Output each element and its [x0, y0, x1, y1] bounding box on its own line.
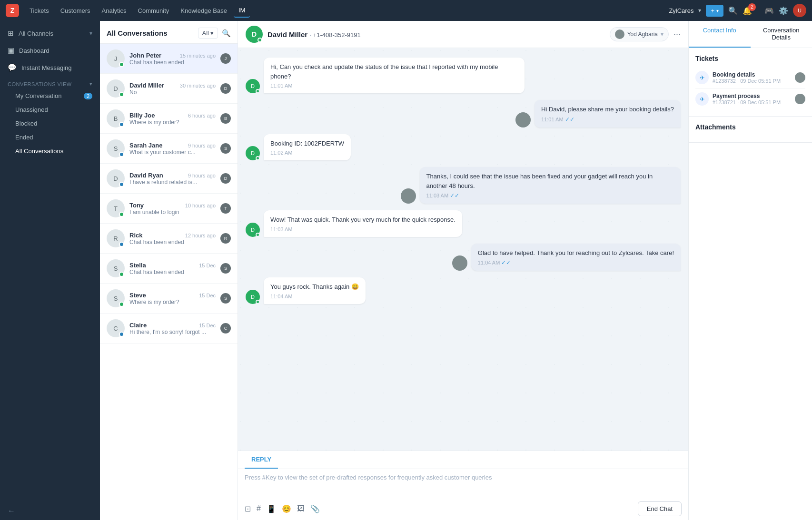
nav-tickets[interactable]: Tickets [25, 4, 54, 17]
sidebar-ended[interactable]: Ended [0, 130, 100, 144]
msg-bubble-5: Glad to have helped. Thank you for reach… [471, 244, 681, 271]
sidebar-back-icon[interactable]: ← [8, 507, 15, 515]
notification-badge: 2 [748, 3, 756, 11]
message-row-3: Thanks, I could see that the issue has b… [246, 167, 681, 204]
agent-avatar [615, 29, 624, 39]
ticket-meta-1: #1238732 · 09 Dec 05:51 PM [713, 78, 791, 84]
msg-text-4: Wow! That was quick. Thank you very much… [270, 215, 456, 225]
tab-conversation-details[interactable]: Conversation Details [751, 21, 812, 48]
conv-time-9: 15 Dec [199, 323, 216, 328]
right-panel-tabs: Contact Info Conversation Details [689, 21, 812, 48]
msg-tick-1: ✓✓ [565, 116, 574, 123]
sidebar-all-conversations[interactable]: All Conversations [0, 144, 100, 158]
sidebar-item-all-channels[interactable]: ⊞ All Channels ▾ [0, 25, 100, 42]
sidebar-unassigned[interactable]: Unassigned [0, 103, 100, 117]
msg-time-0: 11:01 AM [270, 83, 518, 88]
filter-button[interactable]: All ▾ [198, 28, 218, 39]
conv-search-icon[interactable]: 🔍 [222, 29, 231, 38]
conv-time-2: 6 hours ago [188, 113, 216, 118]
conversation-item-3[interactable]: S Sarah Jane 9 hours ago What is your cu… [100, 134, 238, 164]
conv-name-8: Steve [129, 292, 146, 299]
add-button[interactable]: + ▾ [706, 5, 723, 17]
conv-agent-avatar-0: J [220, 53, 231, 64]
conv-preview-9: Hi there, I'm so sorry! forgot ... [129, 329, 216, 335]
conversation-item-0[interactable]: J John Peter 15 minutes ago Chat has bee… [100, 44, 238, 74]
gamepad-icon[interactable]: 🎮 [764, 6, 774, 15]
tickets-section-title: Tickets [695, 55, 805, 62]
conversation-item-6[interactable]: R Rick 12 hours ago Chat has been ended … [100, 224, 238, 254]
conversation-item-5[interactable]: T Tony 10 hours ago I am unable to login… [100, 194, 238, 224]
ticket-item-1[interactable]: ✈ Booking details #1238732 · 09 Dec 05:5… [695, 67, 805, 88]
sidebar-blocked[interactable]: Blocked [0, 117, 100, 130]
ticket-item-2[interactable]: ✈ Payment process #1238721 · 09 Dec 05:5… [695, 88, 805, 109]
settings-icon[interactable]: ⚙️ [779, 6, 788, 15]
reply-placeholder: Press #Key to view the set of pre-drafte… [245, 474, 492, 481]
whatsapp-icon[interactable]: 📱 [267, 504, 276, 513]
sidebar-my-conversation[interactable]: My Conversation 2 [0, 89, 100, 103]
msg-avatar-4: D [246, 223, 260, 237]
notification-bell[interactable]: 🔔 2 [743, 6, 760, 15]
msg-avatar-2: D [246, 146, 260, 160]
message-row-1: Hi David, please share me your booking d… [246, 100, 681, 128]
conv-time-0: 15 minutes ago [180, 53, 216, 59]
conv-preview-4: I have a refund related is... [129, 179, 216, 186]
nav-customers[interactable]: Customers [56, 4, 95, 17]
conv-body-4: David Ryan 9 hours ago I have a refund r… [129, 172, 216, 186]
msg-time-5: 11:04 AM ✓✓ [478, 259, 674, 266]
attachments-section: Attachments [689, 117, 812, 143]
conv-name-3: Sarah Jane [129, 142, 162, 149]
reply-tab[interactable]: REPLY [245, 451, 278, 469]
emoji-icon[interactable]: 😊 [282, 504, 291, 513]
ticket-agent-avatar-1 [795, 72, 805, 83]
user-avatar[interactable]: U [793, 4, 806, 17]
tab-contact-info[interactable]: Contact Info [689, 21, 751, 48]
ticket-info-2: Payment process #1238721 · 09 Dec 05:51 … [713, 93, 791, 105]
im-icon: 💬 [8, 63, 17, 72]
msg-bubble-1: Hi David, please share me your booking d… [535, 100, 681, 128]
conv-status-dot-5 [119, 212, 124, 217]
conv-status-dot-9 [119, 332, 124, 337]
conv-avatar-4: D [107, 169, 125, 187]
msg-avatar-0: D [246, 79, 260, 93]
tickets-section: Tickets ✈ Booking details #1238732 · 09 … [689, 48, 812, 117]
conversation-item-7[interactable]: S Stella 15 Dec Chat has been ended S [100, 254, 238, 284]
toolbar-icons: ⊡ # 📱 😊 🖼 📎 [245, 504, 320, 513]
chat-header: D David Miller · +1-408-352-9191 Yod Agb… [238, 21, 688, 48]
conversations-view-section[interactable]: CONVERSATIONS VIEW ▾ [0, 76, 100, 89]
conversation-item-1[interactable]: D David Miller 30 minutes ago No D [100, 74, 238, 104]
nav-im[interactable]: IM [234, 4, 250, 18]
ticket-title-2: Payment process [713, 93, 791, 99]
reply-input[interactable]: Press #Key to view the set of pre-drafte… [238, 469, 688, 498]
conv-time-6: 12 hours ago [185, 233, 216, 238]
conv-avatar-1: D [107, 79, 125, 98]
ticket-info-1: Booking details #1238732 · 09 Dec 05:51 … [713, 71, 791, 84]
chat-more-button[interactable]: ··· [673, 29, 681, 39]
text-format-icon[interactable]: ⊡ [245, 504, 251, 513]
nav-right-section: ZylCares ▾ + ▾ 🔍 🔔 2 🎮 ⚙️ U [669, 4, 806, 17]
brand-dropdown-icon[interactable]: ▾ [698, 7, 701, 14]
sidebar-item-im[interactable]: 💬 Instant Messaging [0, 59, 100, 76]
image-icon[interactable]: 🖼 [297, 504, 305, 513]
conv-agent-avatar-5: T [220, 203, 231, 214]
msg-text-5: Glad to have helped. Thank you for reach… [478, 248, 674, 258]
nav-community[interactable]: Community [133, 4, 174, 17]
search-nav-icon[interactable]: 🔍 [728, 6, 738, 15]
msg-text-1: Hi David, please share me your booking d… [541, 105, 674, 114]
conv-agent-avatar-3: S [220, 143, 231, 154]
agent-chip[interactable]: Yod Agbaria ▾ [610, 27, 669, 41]
sidebar-item-dashboard[interactable]: ▣ Dashboard [0, 42, 100, 59]
chat-header-right: Yod Agbaria ▾ ··· [610, 27, 681, 41]
hashtag-icon[interactable]: # [257, 504, 261, 513]
conversation-item-8[interactable]: S Steve 15 Dec Where is my order? S [100, 284, 238, 314]
right-panel: Contact Info Conversation Details Ticket… [688, 21, 812, 520]
end-chat-button[interactable]: End Chat [638, 501, 682, 516]
nav-analytics[interactable]: Analytics [97, 4, 131, 17]
conv-name-4: David Ryan [129, 172, 163, 179]
conv-name-7: Stella [129, 262, 146, 269]
nav-knowledge-base[interactable]: Knowledge Base [176, 4, 232, 17]
msg-text-3: Thanks, I could see that the issue has b… [426, 172, 674, 190]
conversation-item-9[interactable]: C Claire 15 Dec Hi there, I'm so sorry! … [100, 314, 238, 343]
attach-icon[interactable]: 📎 [310, 504, 320, 513]
conversation-item-2[interactable]: B Billy Joe 6 hours ago Where is my orde… [100, 104, 238, 134]
conversation-item-4[interactable]: D David Ryan 9 hours ago I have a refund… [100, 164, 238, 194]
